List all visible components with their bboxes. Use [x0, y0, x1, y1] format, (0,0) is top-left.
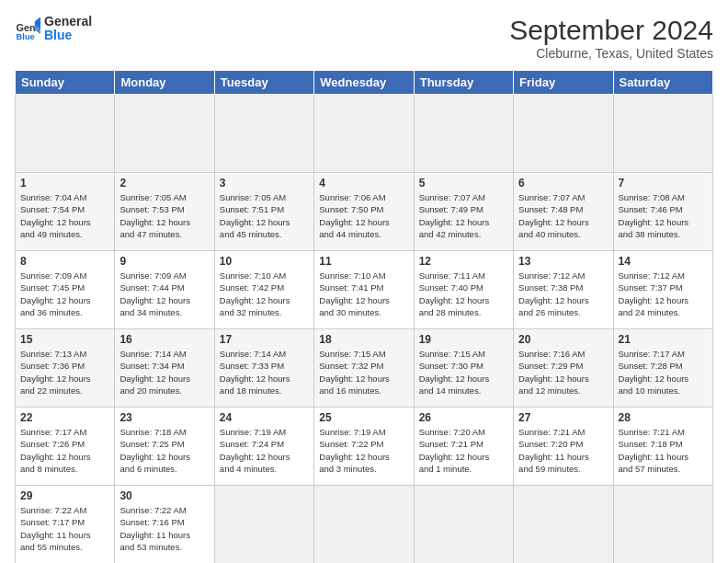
- table-row: [514, 486, 613, 564]
- table-row: 12Sunrise: 7:11 AM Sunset: 7:40 PM Dayli…: [414, 251, 513, 329]
- table-row: [314, 95, 414, 173]
- day-info: Sunrise: 7:20 AM Sunset: 7:21 PM Dayligh…: [419, 426, 508, 475]
- table-row: 17Sunrise: 7:14 AM Sunset: 7:33 PM Dayli…: [214, 329, 313, 408]
- day-info: Sunrise: 7:05 AM Sunset: 7:51 PM Dayligh…: [220, 191, 309, 240]
- day-number: 26: [419, 411, 508, 424]
- day-info: Sunrise: 7:19 AM Sunset: 7:22 PM Dayligh…: [319, 426, 408, 475]
- col-tuesday: Tuesday: [214, 71, 313, 95]
- day-info: Sunrise: 7:12 AM Sunset: 7:37 PM Dayligh…: [619, 270, 708, 318]
- col-friday: Friday: [514, 71, 613, 95]
- day-number: 25: [319, 411, 408, 424]
- day-info: Sunrise: 7:06 AM Sunset: 7:50 PM Dayligh…: [319, 191, 408, 240]
- table-row: [613, 486, 712, 564]
- day-info: Sunrise: 7:22 AM Sunset: 7:17 PM Dayligh…: [20, 504, 109, 553]
- table-row: [414, 95, 513, 173]
- day-info: Sunrise: 7:04 AM Sunset: 7:54 PM Dayligh…: [20, 191, 109, 240]
- day-info: Sunrise: 7:10 AM Sunset: 7:41 PM Dayligh…: [319, 270, 408, 318]
- table-row: 25Sunrise: 7:19 AM Sunset: 7:22 PM Dayli…: [314, 408, 414, 486]
- calendar-table: Sunday Monday Tuesday Wednesday Thursday…: [15, 70, 713, 563]
- day-number: 11: [319, 255, 408, 268]
- table-row: 22Sunrise: 7:17 AM Sunset: 7:26 PM Dayli…: [16, 408, 115, 486]
- day-number: 2: [119, 177, 209, 190]
- table-row: 7Sunrise: 7:08 AM Sunset: 7:46 PM Daylig…: [613, 173, 712, 251]
- table-row: 4Sunrise: 7:06 AM Sunset: 7:50 PM Daylig…: [314, 173, 414, 251]
- table-row: 19Sunrise: 7:15 AM Sunset: 7:30 PM Dayli…: [414, 329, 513, 408]
- day-number: 13: [518, 255, 608, 268]
- table-row: 27Sunrise: 7:21 AM Sunset: 7:20 PM Dayli…: [514, 408, 613, 486]
- day-info: Sunrise: 7:10 AM Sunset: 7:42 PM Dayligh…: [220, 270, 309, 318]
- day-info: Sunrise: 7:17 AM Sunset: 7:28 PM Dayligh…: [619, 348, 708, 396]
- logo: General Blue General Blue: [15, 15, 92, 43]
- table-row: [514, 95, 613, 173]
- day-number: 4: [319, 177, 408, 190]
- table-row: 24Sunrise: 7:19 AM Sunset: 7:24 PM Dayli…: [214, 408, 313, 486]
- table-row: [613, 95, 712, 173]
- table-row: [214, 95, 313, 173]
- page-container: General Blue General Blue September 2024…: [0, 0, 728, 563]
- table-row: 1Sunrise: 7:04 AM Sunset: 7:54 PM Daylig…: [16, 173, 115, 251]
- table-row: 29Sunrise: 7:22 AM Sunset: 7:17 PM Dayli…: [16, 486, 115, 564]
- day-info: Sunrise: 7:11 AM Sunset: 7:40 PM Dayligh…: [419, 270, 508, 318]
- table-row: 23Sunrise: 7:18 AM Sunset: 7:25 PM Dayli…: [115, 408, 214, 486]
- table-row: 10Sunrise: 7:10 AM Sunset: 7:42 PM Dayli…: [214, 251, 313, 329]
- table-row: 28Sunrise: 7:21 AM Sunset: 7:18 PM Dayli…: [613, 408, 712, 486]
- table-row: [314, 486, 414, 564]
- table-row: 14Sunrise: 7:12 AM Sunset: 7:37 PM Dayli…: [613, 251, 712, 329]
- day-number: 28: [619, 411, 708, 424]
- table-row: 6Sunrise: 7:07 AM Sunset: 7:48 PM Daylig…: [514, 173, 613, 251]
- table-row: 11Sunrise: 7:10 AM Sunset: 7:41 PM Dayli…: [314, 251, 414, 329]
- day-number: 23: [119, 411, 209, 424]
- col-thursday: Thursday: [414, 71, 513, 95]
- month-title: September 2024: [509, 15, 713, 46]
- col-wednesday: Wednesday: [314, 71, 414, 95]
- day-info: Sunrise: 7:07 AM Sunset: 7:49 PM Dayligh…: [419, 191, 508, 240]
- day-number: 1: [20, 177, 109, 190]
- day-number: 5: [419, 177, 508, 190]
- table-row: 5Sunrise: 7:07 AM Sunset: 7:49 PM Daylig…: [414, 173, 513, 251]
- day-info: Sunrise: 7:19 AM Sunset: 7:24 PM Dayligh…: [220, 426, 309, 475]
- title-block: September 2024 Cleburne, Texas, United S…: [509, 15, 713, 61]
- day-number: 30: [119, 489, 209, 502]
- table-row: 2Sunrise: 7:05 AM Sunset: 7:53 PM Daylig…: [115, 173, 214, 251]
- day-number: 16: [119, 333, 209, 346]
- table-row: 15Sunrise: 7:13 AM Sunset: 7:36 PM Dayli…: [16, 329, 115, 408]
- day-info: Sunrise: 7:14 AM Sunset: 7:33 PM Dayligh…: [220, 348, 309, 396]
- day-number: 22: [20, 411, 109, 424]
- table-row: 13Sunrise: 7:12 AM Sunset: 7:38 PM Dayli…: [514, 251, 613, 329]
- day-info: Sunrise: 7:15 AM Sunset: 7:30 PM Dayligh…: [419, 348, 508, 396]
- table-row: [115, 95, 214, 173]
- day-number: 29: [20, 489, 109, 502]
- day-number: 17: [220, 333, 309, 346]
- day-number: 3: [220, 177, 309, 190]
- day-number: 19: [419, 333, 508, 346]
- day-number: 7: [619, 177, 708, 190]
- table-row: 18Sunrise: 7:15 AM Sunset: 7:32 PM Dayli…: [314, 329, 414, 408]
- table-row: 21Sunrise: 7:17 AM Sunset: 7:28 PM Dayli…: [613, 329, 712, 408]
- day-number: 9: [119, 255, 209, 268]
- logo-general: General: [44, 15, 92, 29]
- table-row: [16, 95, 115, 173]
- day-info: Sunrise: 7:14 AM Sunset: 7:34 PM Dayligh…: [119, 348, 209, 396]
- calendar-header-row: Sunday Monday Tuesday Wednesday Thursday…: [16, 71, 713, 95]
- day-number: 10: [220, 255, 309, 268]
- logo-icon: General Blue: [15, 16, 40, 41]
- day-info: Sunrise: 7:18 AM Sunset: 7:25 PM Dayligh…: [119, 426, 209, 475]
- header: General Blue General Blue September 2024…: [15, 15, 713, 61]
- col-monday: Monday: [115, 71, 214, 95]
- day-info: Sunrise: 7:15 AM Sunset: 7:32 PM Dayligh…: [319, 348, 408, 396]
- day-info: Sunrise: 7:21 AM Sunset: 7:20 PM Dayligh…: [518, 426, 608, 475]
- day-number: 14: [619, 255, 708, 268]
- day-number: 20: [518, 333, 608, 346]
- table-row: 8Sunrise: 7:09 AM Sunset: 7:45 PM Daylig…: [16, 251, 115, 329]
- day-info: Sunrise: 7:22 AM Sunset: 7:16 PM Dayligh…: [119, 504, 209, 553]
- day-number: 24: [220, 411, 309, 424]
- day-info: Sunrise: 7:05 AM Sunset: 7:53 PM Dayligh…: [119, 191, 209, 240]
- day-info: Sunrise: 7:12 AM Sunset: 7:38 PM Dayligh…: [518, 270, 608, 318]
- day-info: Sunrise: 7:08 AM Sunset: 7:46 PM Dayligh…: [619, 191, 708, 240]
- table-row: 16Sunrise: 7:14 AM Sunset: 7:34 PM Dayli…: [115, 329, 214, 408]
- day-number: 15: [20, 333, 109, 346]
- day-info: Sunrise: 7:13 AM Sunset: 7:36 PM Dayligh…: [20, 348, 109, 396]
- table-row: 3Sunrise: 7:05 AM Sunset: 7:51 PM Daylig…: [214, 173, 313, 251]
- table-row: 20Sunrise: 7:16 AM Sunset: 7:29 PM Dayli…: [514, 329, 613, 408]
- table-row: 30Sunrise: 7:22 AM Sunset: 7:16 PM Dayli…: [115, 486, 214, 564]
